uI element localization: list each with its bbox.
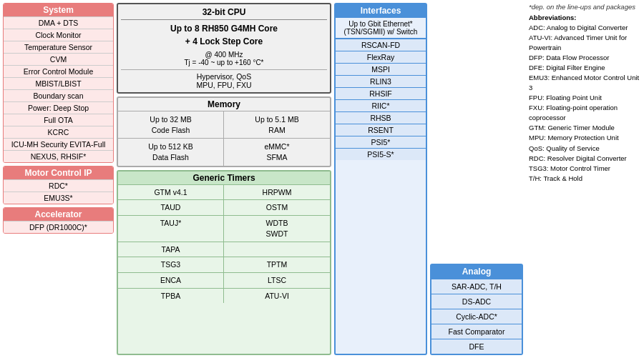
interface-item: RSENT	[336, 124, 426, 136]
interface-item: RSCAN-FD	[336, 39, 426, 51]
accel-body: DFP (DR1000C)*	[4, 221, 113, 233]
timer-cell-right: WDTBSWDT	[224, 215, 330, 241]
system-panel: System DMA + DTSClock MonitorTemperature…	[3, 3, 114, 163]
timer-cell-left: TAPA	[118, 242, 224, 257]
memory-grid: Up to 32 MBCode FlashUp to 5.1 MBRAMUp t…	[118, 111, 330, 166]
notes-abbrev-item: FPU: Floating Point Unit	[529, 93, 641, 102]
motor-panel: Motor Control IP RDC*EMU3S*	[3, 166, 114, 204]
system-header: System	[4, 4, 113, 16]
interface-item: PSI5-S*	[336, 148, 426, 160]
memory-panel: Memory Up to 32 MBCode FlashUp to 5.1 MB…	[117, 96, 331, 167]
notes-abbrev-title: Abbreviations:	[529, 14, 641, 21]
notes-abbrev-item: GTM: Generic Timer Module	[529, 123, 641, 132]
analog-item: SAR-ADC, T/H	[431, 279, 522, 294]
system-item: NEXUS, RHSIF*	[4, 150, 113, 162]
system-item: CVM	[4, 53, 113, 65]
timer-cell-left: TPBA	[118, 288, 224, 304]
accel-panel: Accelerator DFP (DR1000C)*	[3, 207, 114, 234]
notes-column: *dep. on the line-ups and packages Abbre…	[526, 3, 641, 355]
timer-cell-right	[224, 242, 330, 257]
analog-item: DFE	[431, 339, 522, 354]
timers-header: Generic Timers	[118, 171, 330, 185]
analog-item: Fast Comparator	[431, 324, 522, 339]
cpu-main: Up to 8 RH850 G4MH Core + 4 Lock Step Co…	[121, 22, 327, 48]
memory-cell: eMMC*SFMA	[224, 138, 330, 165]
notes-abbrev-item: MPU: Memory Protection Unit	[529, 133, 641, 142]
cpu-bottom: Hypervisor, QoS MPU, FPU, FXU	[121, 69, 327, 89]
analog-header: Analog	[431, 265, 522, 279]
timer-cell-left: TAUJ*	[118, 215, 224, 241]
notes-abbrev-item: T/H: Track & Hold	[529, 174, 641, 183]
motor-header: Motor Control IP	[4, 166, 113, 179]
notes-abbrev-item: TSG3: Motor Control Timer	[529, 164, 641, 173]
right-top: Interfaces Up to Gbit Ethernet*(TSN/SGMI…	[334, 3, 641, 355]
timer-cell-right: HRPWM	[224, 185, 330, 200]
notes-abbrev-item: DFE: Digital Filter Engine	[529, 63, 641, 72]
interface-item: RHSIF	[336, 87, 426, 99]
timer-cell-right: ATU-VI	[224, 288, 330, 304]
interfaces-items: RSCAN-FDFlexRayMSPIRLIN3RHSIFRIIC*RHSBRS…	[336, 39, 426, 160]
timer-cell-right: LTSC	[224, 272, 330, 288]
cpu-panel: 32-bit CPU Up to 8 RH850 G4MH Core + 4 L…	[117, 3, 331, 94]
notes-abbrev-item: RDC: Resolver Digital Converter	[529, 154, 641, 163]
interfaces-panel: Interfaces Up to Gbit Ethernet*(TSN/SGMI…	[334, 3, 427, 355]
system-item: Temperature Sensor	[4, 41, 113, 53]
right-column: Interfaces Up to Gbit Ethernet*(TSN/SGMI…	[334, 3, 641, 355]
memory-header: Memory	[118, 98, 330, 111]
system-body: DMA + DTSClock MonitorTemperature Sensor…	[4, 16, 113, 162]
cpu-detail: @ 400 MHz Tj = -40 ~ up to +160 °C*	[121, 51, 327, 66]
notes-footnote: *dep. on the line-ups and packages	[529, 3, 641, 11]
analog-item: DS-ADC	[431, 294, 522, 309]
accel-item: DFP (DR1000C)*	[4, 221, 113, 233]
notes-abbrev-item: DFP: Data Flow Processor	[529, 53, 641, 62]
system-item: DMA + DTS	[4, 16, 113, 29]
timers-grid: GTM v4.1HRPWMTAUDOSTMTAUJ*WDTBSWDTTAPATS…	[118, 185, 330, 304]
motor-item: RDC*	[4, 179, 113, 192]
accel-header: Accelerator	[4, 208, 113, 221]
system-item: ICU-MH Security EVITA-Full	[4, 138, 113, 150]
motor-item: EMU3S*	[4, 192, 113, 204]
system-item: Power: Deep Stop	[4, 101, 113, 114]
notes-items: ADC: Analog to Digital ConverterATU-VI: …	[529, 23, 641, 184]
memory-cell: Up to 512 KBData Flash	[118, 138, 224, 165]
system-item: MBIST/LBIST	[4, 77, 113, 89]
timer-cell-right: TPTM	[224, 257, 330, 272]
interface-item: RLIN3	[336, 75, 426, 87]
main-container: System DMA + DTSClock MonitorTemperature…	[0, 0, 644, 358]
interface-item: FlexRay	[336, 51, 426, 63]
timers-panel: Generic Timers GTM v4.1HRPWMTAUDOSTMTAUJ…	[117, 170, 331, 355]
left-column: System DMA + DTSClock MonitorTemperature…	[3, 3, 114, 355]
system-item: KCRC	[4, 126, 113, 138]
interface-item: RIIC*	[336, 99, 426, 111]
timer-cell-left: TSG3	[118, 257, 224, 272]
middle-column: 32-bit CPU Up to 8 RH850 G4MH Core + 4 L…	[117, 3, 331, 355]
interface-item: RHSB	[336, 111, 426, 124]
analog-item: Cyclic-ADC*	[431, 309, 522, 324]
system-item: Clock Monitor	[4, 29, 113, 41]
timer-cell-right: OSTM	[224, 199, 330, 215]
notes-abbrev-item: ATU-VI: Advanced Timer Unit for Powertra…	[529, 33, 641, 52]
system-item: Full OTA	[4, 114, 113, 126]
timer-cell-left: ENCA	[118, 272, 224, 288]
timer-cell-left: TAUD	[118, 199, 224, 215]
memory-cell: Up to 5.1 MBRAM	[224, 111, 330, 138]
notes-abbrev-item: EMU3: Enhanced Motor Control Unit 3	[529, 73, 641, 92]
system-item: Boundary scan	[4, 89, 113, 101]
system-item: Error Control Module	[4, 65, 113, 77]
interfaces-top: Up to Gbit Ethernet*(TSN/SGMII) w/ Switc…	[336, 18, 426, 39]
interface-item: MSPI	[336, 63, 426, 75]
notes-abbrev-item: ADC: Analog to Digital Converter	[529, 23, 641, 32]
notes-abbrev-item: FXU: Floating-point operation coprocesso…	[529, 103, 641, 122]
interfaces-header: Interfaces	[336, 4, 426, 18]
notes-abbrev-item: QoS: Quality of Service	[529, 144, 641, 153]
motor-body: RDC*EMU3S*	[4, 179, 113, 204]
timer-cell-left: GTM v4.1	[118, 185, 224, 200]
interface-item: PSI5*	[336, 136, 426, 148]
analog-panel: Analog SAR-ADC, T/HDS-ADCCyclic-ADC*Fast…	[430, 264, 523, 355]
cpu-header: 32-bit CPU	[121, 7, 327, 20]
analog-items: SAR-ADC, T/HDS-ADCCyclic-ADC*Fast Compar…	[431, 279, 522, 354]
memory-cell: Up to 32 MBCode Flash	[118, 111, 224, 138]
